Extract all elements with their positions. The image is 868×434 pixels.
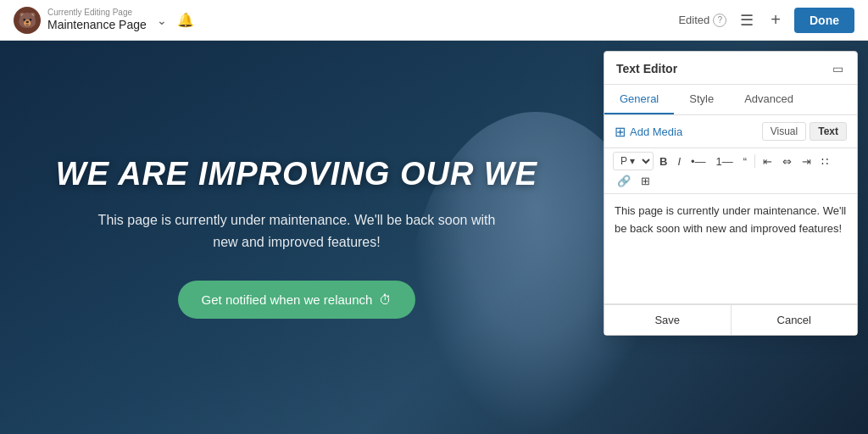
edited-help-icon[interactable]: ? <box>713 14 726 27</box>
page-dropdown-button[interactable]: ⌄ <box>157 14 167 27</box>
align-left-button[interactable]: ⇤ <box>759 153 776 170</box>
italic-button[interactable]: I <box>673 153 685 170</box>
align-center-button[interactable]: ⇔ <box>778 153 796 170</box>
tab-style[interactable]: Style <box>674 85 729 114</box>
unordered-list-button[interactable]: •— <box>687 153 710 170</box>
editor-tabs: General Style Advanced <box>604 85 857 115</box>
clock-icon: ⏱ <box>379 292 392 307</box>
notifications-button[interactable]: 🔔 <box>174 8 198 31</box>
list-view-button[interactable]: ☰ <box>737 8 757 33</box>
editor-title: Text Editor <box>616 62 677 75</box>
tab-advanced[interactable]: Advanced <box>729 85 809 114</box>
table-button[interactable]: ⊞ <box>637 172 654 190</box>
add-media-button[interactable]: ⊞ Add Media <box>615 124 682 140</box>
tab-general[interactable]: General <box>604 85 674 114</box>
ordered-list-button[interactable]: 1— <box>712 153 737 170</box>
page-name-label: Maintenance Page <box>47 18 147 32</box>
editor-cancel-button[interactable]: Cancel <box>732 305 858 335</box>
text-button[interactable]: Text <box>810 122 847 141</box>
list-icon: ☰ <box>740 11 754 30</box>
maximize-button[interactable]: ▭ <box>831 60 845 77</box>
page-info: Currently Editing Page Maintenance Page <box>47 8 147 32</box>
format-toolbar: P ▾ B I •— 1— “ ⇤ ⇔ ⇥ ∷ 🔗 ⊞ <box>604 148 857 194</box>
plus-icon: + <box>771 10 781 30</box>
bold-button[interactable]: B <box>655 153 671 170</box>
editor-header: Text Editor ▭ <box>604 52 857 85</box>
blockquote-button[interactable]: “ <box>739 153 751 170</box>
editor-save-button[interactable]: Save <box>604 305 732 335</box>
editor-footer: Save Cancel <box>604 304 857 335</box>
toolbar-divider-1 <box>754 154 755 168</box>
edited-status: Edited ? <box>678 14 726 27</box>
bear-logo-icon: 🐻 <box>14 7 41 34</box>
currently-editing-label: Currently Editing Page <box>47 8 147 18</box>
align-right-button[interactable]: ⇥ <box>798 153 815 170</box>
cta-label: Get notified when we relaunch <box>202 292 373 307</box>
hero-subtitle: This page is currently under maintenance… <box>85 209 509 253</box>
topbar-right: Edited ? ☰ + Done <box>678 7 854 33</box>
done-button[interactable]: Done <box>794 8 854 33</box>
paragraph-select[interactable]: P ▾ <box>613 152 654 170</box>
add-button[interactable]: + <box>767 7 784 33</box>
editor-textarea[interactable] <box>604 194 857 304</box>
justify-button[interactable]: ∷ <box>817 153 832 170</box>
visual-button[interactable]: Visual <box>762 122 806 141</box>
main-area: WE ARE IMPROVING OUR WE This page is cur… <box>0 41 868 434</box>
add-media-icon: ⊞ <box>615 124 626 140</box>
view-toggle: Visual Text <box>762 122 847 141</box>
link-button[interactable]: 🔗 <box>613 172 635 190</box>
topbar-left: 🐻 Currently Editing Page Maintenance Pag… <box>14 7 678 34</box>
editor-media-row: ⊞ Add Media Visual Text <box>604 115 857 148</box>
cta-button[interactable]: Get notified when we relaunch ⏱ <box>178 281 416 319</box>
topbar: 🐻 Currently Editing Page Maintenance Pag… <box>0 0 868 41</box>
text-editor-panel: Text Editor ▭ General Style Advanced ⊞ A… <box>604 51 858 336</box>
hero-content: WE ARE IMPROVING OUR WE This page is cur… <box>0 41 593 434</box>
hero-title: WE ARE IMPROVING OUR WE <box>56 156 537 192</box>
